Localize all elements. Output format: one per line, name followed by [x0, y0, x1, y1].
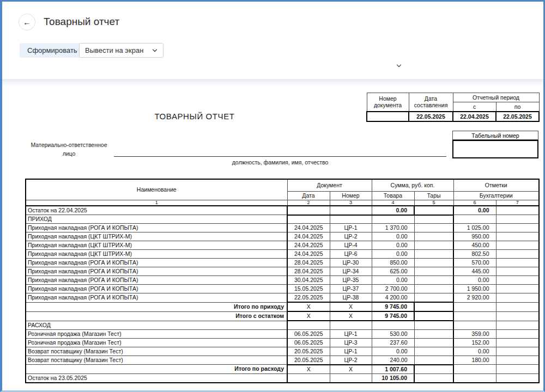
cell-date: 28.04.2025: [287, 259, 330, 267]
cell-tare: [414, 276, 453, 285]
cell-tare: [414, 232, 453, 241]
cell-num: [330, 321, 372, 329]
column-numbers-row: 1 2 3 4 5 6 7: [26, 200, 539, 206]
cell-goods: 9 745.00: [372, 311, 414, 321]
report-table: Наименование Документ Сумма, руб. коп. О…: [25, 179, 540, 383]
cell-acc: [453, 302, 496, 311]
table-row: Приходная накладная (РОГА И КОПЫТА)15.05…: [26, 285, 539, 293]
col-sum-header: Сумма, руб. коп.: [372, 179, 453, 191]
chevron-down-icon: [396, 63, 402, 69]
cell-name: Приходная накладная (РОГА И КОПЫТА): [26, 293, 287, 303]
cell-goods: 237.60: [372, 338, 414, 347]
cell-name: Приходная накладная (ЦКТ ШТРИХ-М): [26, 241, 287, 250]
back-arrow-icon: ←: [23, 17, 31, 27]
table-row: Возврат поставщику (Магазин Тест)20.05.2…: [26, 347, 539, 356]
cell-acc: [453, 373, 496, 383]
cell-num: ЦР-38: [330, 293, 372, 303]
cell-acc: 1 950.00: [453, 285, 496, 293]
cell-tare: [414, 259, 453, 267]
col-date-header: Дата: [287, 191, 330, 200]
cell-goods: 2 700.00: [372, 285, 414, 293]
cell-goods: 4 200.00: [372, 293, 414, 303]
back-button[interactable]: ←: [19, 14, 35, 30]
cell-goods: 0.00: [372, 276, 414, 285]
collapse-panel-button[interactable]: [391, 62, 407, 70]
cell-name: Итого по приходу: [26, 302, 287, 311]
cell-acc: [453, 365, 496, 374]
report-table-body: Остаток на 22.04.20250.000.00ПРИХОДПрихо…: [26, 206, 539, 383]
cell-tare: [414, 373, 453, 383]
cell-tare: [414, 311, 453, 321]
cell-acc: 445.00: [453, 267, 496, 276]
chevron-down-icon: [152, 48, 158, 53]
cell-acc: 180.00: [453, 356, 496, 365]
cell-acc: [453, 311, 496, 321]
cell-tare: [414, 347, 453, 356]
cell-name: Розничная продажа (Магазин Тест): [26, 329, 287, 338]
cell-goods: [372, 215, 414, 224]
cell-m7: [496, 276, 539, 285]
cell-num: Х: [330, 302, 372, 311]
period-to-header: по: [496, 102, 539, 112]
cell-tare: [414, 215, 453, 224]
cell-acc: 0.00: [453, 276, 496, 285]
table-row: Приходная накладная (РОГА И КОПЫТА)30.04…: [26, 276, 539, 285]
cell-num: ЦР-1: [330, 329, 372, 338]
cell-date: 06.05.2025: [287, 329, 330, 338]
table-row: Приходная накладная (РОГА И КОПЫТА)28.04…: [26, 259, 539, 267]
period-from-value: 22.04.2025: [453, 112, 496, 121]
cell-name: Итого по расходу: [26, 365, 287, 374]
output-mode-select[interactable]: Вывести на экран: [79, 43, 164, 58]
cell-goods: 625.00: [372, 267, 414, 276]
cell-name: Приходная накладная (ЦКТ ШТРИХ-М): [26, 232, 287, 241]
section-divider: [2, 79, 543, 85]
period-to-value: 22.05.2025: [496, 112, 539, 121]
cell-goods: 0.00: [372, 347, 414, 356]
cell-date: 22.05.2025: [287, 293, 330, 303]
cell-m7: [496, 356, 539, 365]
cell-m7: [496, 224, 539, 232]
cell-tare: [414, 329, 453, 338]
cell-acc: [453, 215, 496, 224]
col-number-header: Номер: [330, 191, 372, 200]
table-row: Розничная продажа (Магазин Тест)06.05.20…: [26, 338, 539, 347]
cell-date: 15.05.2025: [287, 285, 330, 293]
cell-acc: 359.00: [453, 329, 496, 338]
doc-date-value: 22.05.2025: [409, 112, 453, 121]
table-row: Итого по приходуХХ9 745.00: [26, 302, 539, 311]
cell-num: [330, 373, 372, 383]
cell-acc: [453, 321, 496, 329]
cell-tare: [414, 356, 453, 365]
cell-goods: 1 007.60: [372, 365, 414, 374]
cell-num: [330, 206, 372, 215]
cell-date: 30.04.2025: [287, 276, 330, 285]
cell-m7: [496, 311, 539, 321]
output-mode-value: Вывести на экран: [85, 46, 143, 54]
cell-name: Приходная накладная (РОГА И КОПЫТА): [26, 276, 287, 285]
cell-m7: [496, 267, 539, 276]
report-page: ← Товарный отчет Сформировать Вывести на…: [2, 2, 543, 390]
cell-m7: [496, 232, 539, 241]
col-document-header: Документ: [287, 179, 372, 191]
cell-m7: [496, 285, 539, 293]
cell-m7: [496, 241, 539, 250]
cell-goods: 0.00: [372, 241, 414, 250]
cell-date: 24.04.2025: [287, 224, 330, 232]
generate-report-button[interactable]: Сформировать: [20, 43, 85, 58]
document-info-table: Номердокумента Датасоставления Отчетный …: [366, 93, 540, 122]
cell-goods: 0.00: [372, 250, 414, 259]
table-row: Остаток на 23.05.202510 105.00: [26, 373, 539, 383]
cell-m7: [496, 293, 539, 303]
cell-m7: [496, 206, 539, 215]
table-row: Розничная продажа (Магазин Тест)06.05.20…: [26, 329, 539, 338]
cell-goods: 9 745.00: [372, 302, 414, 311]
cell-acc: 570.00: [453, 259, 496, 267]
cell-num: ЦР-2: [330, 356, 372, 365]
cell-acc: 0.00: [453, 206, 496, 215]
cell-m7: [496, 215, 539, 224]
cell-name: Приходная накладная (РОГА И КОПЫТА): [26, 224, 287, 232]
cell-name: Возврат поставщику (Магазин Тест): [26, 347, 287, 356]
cell-num: [330, 215, 372, 224]
table-row: Итого по расходуХХ1 007.60: [26, 365, 539, 374]
table-row: Остаток на 22.04.20250.000.00: [26, 206, 539, 215]
